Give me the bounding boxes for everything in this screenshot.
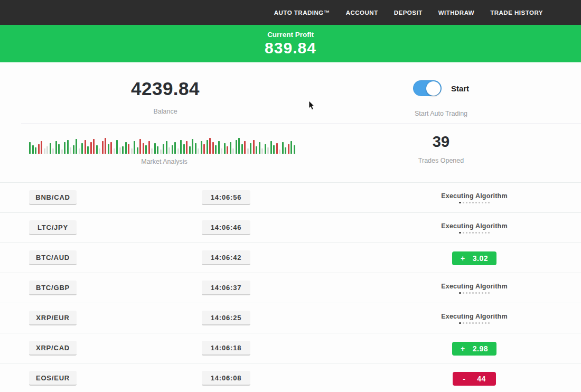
market-bar — [148, 141, 150, 154]
market-bar — [207, 140, 208, 154]
market-bar — [32, 145, 34, 154]
market-bar — [145, 145, 147, 154]
pair-badge: LTC/JPY — [29, 220, 77, 235]
market-bar — [180, 140, 182, 154]
auto-trading-toggle[interactable] — [413, 80, 442, 96]
market-bar — [160, 150, 162, 154]
market-bar — [50, 143, 51, 154]
market-bar — [41, 141, 42, 154]
market-bar — [157, 146, 158, 154]
executing-progress-dots — [459, 202, 490, 204]
pair-badge: EOS/EUR — [29, 371, 77, 386]
nav-item-deposit[interactable]: DEPOSIT — [394, 10, 423, 16]
market-bar — [93, 139, 95, 154]
trade-row: XRP/EUR 14:06:25 Executing Algorithm — [0, 303, 581, 333]
time-badge: 14:06:46 — [202, 220, 250, 235]
market-bar — [172, 145, 173, 154]
market-bar — [125, 142, 127, 154]
pair-badge: BNB/CAD — [29, 190, 77, 205]
toggle-label: Start — [451, 84, 469, 93]
trade-row: BNB/CAD 14:06:56 Executing Algorithm — [0, 182, 581, 212]
market-bar — [114, 148, 115, 154]
executing-progress-dots — [459, 292, 490, 294]
market-bar — [259, 142, 260, 154]
market-bar — [137, 147, 138, 154]
nav-item-trade-history[interactable]: TRADE HISTORY — [490, 10, 543, 16]
market-bar — [238, 138, 240, 154]
nav-item-account[interactable]: ACCOUNT — [346, 10, 378, 16]
toggle-knob — [426, 81, 441, 96]
market-bar — [282, 142, 284, 154]
market-bar — [67, 140, 69, 154]
profit-badge: +3.02 — [452, 251, 496, 265]
market-bar — [224, 143, 226, 154]
market-bar — [61, 150, 63, 154]
market-analysis-block: Market Analysis — [29, 135, 299, 165]
market-bar — [261, 148, 263, 154]
pair-badge: XRP/EUR — [29, 311, 77, 325]
market-bar — [276, 143, 278, 154]
market-bar — [267, 147, 269, 154]
market-bar — [221, 148, 222, 154]
nav-item-withdraw[interactable]: WITHDRAW — [438, 10, 475, 16]
trade-status: Executing Algorithm — [433, 303, 516, 333]
time-badge: 14:06:37 — [202, 281, 250, 295]
time-badge: 14:06:56 — [202, 190, 250, 205]
trade-row: EOS/EUR 14:06:08 -44 — [0, 363, 581, 392]
trades-opened-label: Trades Opened — [388, 157, 494, 164]
balance-value: 4239.84 — [86, 78, 245, 99]
balance-block: 4239.84 Balance — [86, 78, 245, 115]
time-badge: 14:06:18 — [202, 341, 250, 356]
trade-status: +2.98 — [433, 333, 516, 363]
market-bar — [108, 144, 109, 154]
market-bar — [46, 146, 48, 154]
market-bar — [163, 144, 164, 154]
trade-row: BTC/AUD 14:06:42 +3.02 — [0, 242, 581, 273]
trades-opened-value: 39 — [388, 133, 494, 151]
market-bar — [256, 146, 257, 154]
balance-label: Balance — [86, 108, 245, 115]
market-bar — [139, 139, 141, 154]
market-bar — [212, 142, 214, 154]
section-divider — [21, 123, 581, 124]
time-badge: 14:06:25 — [202, 311, 250, 325]
time-badge: 14:06:42 — [202, 250, 250, 265]
toggle-sublabel: Start Auto Trading — [388, 110, 494, 117]
market-bar — [270, 141, 272, 154]
market-bar — [76, 139, 77, 154]
current-profit-banner: Current Profit 839.84 — [0, 25, 581, 62]
trade-status: +3.02 — [433, 243, 516, 273]
trade-row: BTC/GBP 14:06:37 Executing Algorithm — [0, 273, 581, 303]
market-bar — [166, 141, 167, 154]
executing-algorithm-label: Executing Algorithm — [441, 192, 508, 200]
top-nav: AUTO TRADING™ ACCOUNT DEPOSIT WITHDRAW T… — [0, 0, 581, 25]
market-bar — [29, 142, 31, 154]
market-bar — [90, 142, 92, 154]
market-bar — [232, 148, 234, 154]
market-bar — [52, 148, 54, 154]
trade-row: LTC/JPY 14:06:46 Executing Algorithm — [0, 212, 581, 242]
trade-row: XRP/CAD 14:06:18 +2.98 — [0, 333, 581, 363]
market-analysis-label: Market Analysis — [29, 158, 299, 165]
auto-trading-toggle-block: Start Start Auto Trading — [388, 80, 494, 117]
market-bar — [58, 144, 60, 154]
market-bar — [227, 146, 228, 154]
trade-status: -44 — [433, 363, 516, 392]
market-bar — [290, 141, 292, 154]
market-bar — [218, 141, 220, 154]
market-bar — [192, 139, 193, 154]
nav-item-auto-trading[interactable]: AUTO TRADING™ — [274, 10, 330, 16]
market-bar — [177, 148, 179, 154]
market-bar — [70, 147, 71, 154]
market-bar — [154, 143, 156, 154]
market-bar — [230, 142, 231, 154]
executing-algorithm-label: Executing Algorithm — [441, 313, 508, 320]
market-bar — [79, 148, 80, 154]
market-bar — [128, 144, 129, 154]
market-bar — [279, 150, 280, 154]
current-profit-label: Current Profit — [0, 25, 581, 39]
market-bar — [116, 140, 118, 154]
market-bar — [201, 141, 202, 154]
market-analysis-chart — [29, 135, 299, 154]
executing-progress-dots — [459, 322, 490, 324]
